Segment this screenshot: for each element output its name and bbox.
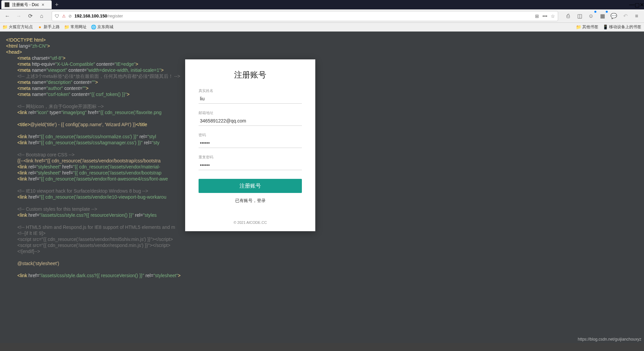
forward-button[interactable]: → bbox=[14, 11, 23, 21]
menu-dots-icon[interactable]: ••• bbox=[542, 13, 547, 19]
sidebar-icon[interactable]: ◫ bbox=[575, 11, 584, 21]
source-code-background: <!DOCTYPE html> <html lang="zh-CN"> <hea… bbox=[0, 32, 644, 284]
bookmark-jd[interactable]: 🌐京东商城 bbox=[91, 24, 113, 30]
bookmarks-left: 📁火狐官方站点 ●新手上路 📁常用网址 🌐京东商城 bbox=[3, 24, 113, 30]
copyright-text: © 2021 AICODE.CC bbox=[199, 220, 302, 224]
extensions-icon[interactable]: ▦ bbox=[598, 11, 607, 21]
qr-icon[interactable]: ⊞ bbox=[535, 13, 539, 19]
modal-title: 注册账号 bbox=[199, 69, 302, 80]
register-modal: 注册账号 真实姓名 邮箱地址 密码 重复密码 注册账号 已有账号，登录 © 20… bbox=[185, 59, 315, 231]
insecure-icon[interactable]: ⚠ bbox=[62, 14, 66, 18]
tab-title: 注册账号 - Doc bbox=[12, 2, 39, 8]
page-content: <!DOCTYPE html> <html lang="zh-CN"> <hea… bbox=[0, 32, 644, 343]
permission-icon[interactable]: ⊘ bbox=[68, 14, 72, 18]
bookmark-star-icon[interactable]: ☆ bbox=[551, 13, 555, 19]
shield-icon[interactable]: 🛡 bbox=[55, 13, 59, 19]
password-label: 密码 bbox=[199, 133, 302, 138]
firefox-icon: ● bbox=[38, 25, 42, 30]
confirm-password-input[interactable] bbox=[199, 160, 302, 170]
new-tab-button[interactable]: + bbox=[52, 1, 62, 8]
name-label: 真实姓名 bbox=[199, 88, 302, 93]
folder-icon: 📁 bbox=[3, 25, 7, 30]
minimize-button[interactable]: — bbox=[629, 2, 635, 8]
library-icon[interactable]: ⎙ bbox=[564, 11, 573, 21]
account-icon[interactable]: ☺ bbox=[586, 11, 596, 21]
watermark: https://blog.csdn.net/guijianchouxyz bbox=[578, 337, 641, 342]
reload-button[interactable]: ⟳ bbox=[25, 11, 35, 21]
url-text: 192.168.100.150/register bbox=[74, 13, 532, 18]
bookmark-other[interactable]: 📁其他书签 bbox=[576, 24, 598, 30]
bookmark-common[interactable]: 📁常用网址 bbox=[64, 24, 87, 30]
maximize-button[interactable]: ▢ bbox=[635, 2, 640, 8]
navigation-bar: ← → ⟳ ⌂ 🛡 ⚠ ⊘ 192.168.100.150/register ⊞… bbox=[0, 9, 644, 23]
tab-strip: 注册账号 - Doc × + — ▢ ✕ bbox=[0, 0, 644, 9]
bookmarks-right: 📁其他书签 📱移动设备上的书签 bbox=[576, 24, 641, 30]
file-icon bbox=[5, 2, 9, 7]
email-label: 邮箱地址 bbox=[199, 110, 302, 115]
url-bar[interactable]: 🛡 ⚠ ⊘ 192.168.100.150/register ⊞ ••• ☆ bbox=[52, 11, 558, 21]
folder-icon: 📁 bbox=[576, 25, 581, 30]
chat-icon[interactable]: 💬 bbox=[609, 11, 619, 21]
email-input[interactable] bbox=[199, 116, 302, 126]
home-button[interactable]: ⌂ bbox=[37, 11, 46, 21]
globe-icon: 🌐 bbox=[91, 25, 96, 30]
close-tab-icon[interactable]: × bbox=[42, 2, 44, 7]
back-button[interactable]: ← bbox=[3, 11, 12, 21]
folder-icon: 📁 bbox=[64, 25, 69, 30]
bookmark-firefox[interactable]: 📁火狐官方站点 bbox=[3, 24, 33, 30]
undo-nav-icon[interactable]: ↶ bbox=[621, 11, 630, 21]
bookmarks-bar: 📁火狐官方站点 ●新手上路 📁常用网址 🌐京东商城 📁其他书签 📱移动设备上的书… bbox=[0, 23, 644, 32]
mobile-icon: 📱 bbox=[603, 25, 608, 30]
submit-button[interactable]: 注册账号 bbox=[199, 179, 302, 193]
hamburger-menu-icon[interactable]: ≡ bbox=[632, 11, 641, 21]
browser-tab[interactable]: 注册账号 - Doc × bbox=[1, 0, 52, 9]
confirm-label: 重复密码 bbox=[199, 155, 302, 160]
close-window-button[interactable]: ✕ bbox=[640, 2, 644, 8]
bookmark-mobile[interactable]: 📱移动设备上的书签 bbox=[603, 24, 641, 30]
password-input[interactable] bbox=[199, 138, 302, 148]
name-input[interactable] bbox=[199, 94, 302, 104]
login-link[interactable]: 已有账号，登录 bbox=[199, 198, 302, 204]
bookmark-getting-started[interactable]: ●新手上路 bbox=[38, 24, 60, 30]
